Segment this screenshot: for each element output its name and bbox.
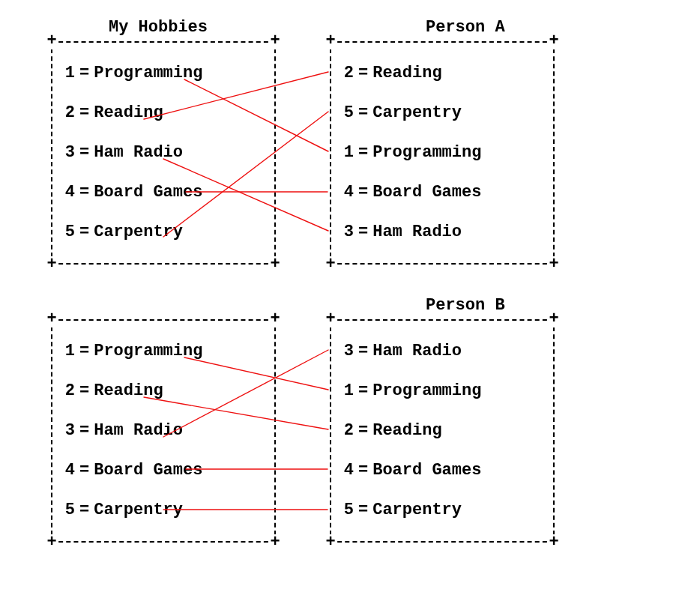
plus-icon: + bbox=[549, 256, 559, 273]
list-item: 3 = Ham Radio bbox=[339, 212, 541, 252]
hobby-label: Reading bbox=[372, 421, 441, 440]
rank-number: 1 bbox=[339, 381, 354, 400]
list-item: 2 = Reading bbox=[60, 93, 262, 133]
hobby-label: Ham Radio bbox=[94, 143, 183, 162]
person-b-box: 3 = Ham Radio 1 = Programming 2 = Readin… bbox=[330, 319, 555, 543]
rank-number: 1 bbox=[60, 64, 75, 82]
hobby-label: Carpentry bbox=[372, 501, 462, 519]
rank-number: 5 bbox=[60, 223, 75, 241]
person-a-box: 2 = Reading 5 = Carpentry 1 = Programmin… bbox=[330, 41, 555, 265]
plus-icon: + bbox=[270, 33, 280, 49]
hobby-label: Carpentry bbox=[94, 501, 183, 519]
equals-sign: = bbox=[358, 342, 368, 360]
plus-icon: + bbox=[549, 33, 559, 49]
equals-sign: = bbox=[358, 421, 368, 440]
hobby-label: Programming bbox=[94, 342, 202, 360]
rank-number: 1 bbox=[60, 342, 75, 360]
plus-icon: + bbox=[270, 311, 280, 327]
rank-number: 4 bbox=[339, 461, 354, 480]
equals-sign: = bbox=[79, 183, 89, 202]
equals-sign: = bbox=[358, 501, 368, 519]
hobby-label: Programming bbox=[94, 64, 202, 82]
hobby-label: Programming bbox=[372, 381, 481, 400]
person-b-title: Person B bbox=[426, 296, 505, 315]
rank-number: 4 bbox=[339, 183, 354, 202]
list-item: 4 = Board Games bbox=[339, 450, 541, 490]
rank-number: 4 bbox=[60, 461, 75, 480]
equals-sign: = bbox=[79, 342, 89, 360]
hobby-label: Board Games bbox=[372, 461, 481, 480]
hobby-label: Board Games bbox=[94, 461, 202, 480]
list-item: 3 = Ham Radio bbox=[60, 133, 262, 172]
plus-icon: + bbox=[549, 311, 559, 327]
person-a-title: Person A bbox=[426, 18, 505, 37]
list-item: 1 = Programming bbox=[339, 133, 541, 172]
hobby-label: Programming bbox=[372, 143, 481, 162]
plus-icon: + bbox=[270, 256, 280, 273]
equals-sign: = bbox=[79, 223, 89, 241]
equals-sign: = bbox=[79, 461, 89, 480]
list-item: 2 = Reading bbox=[339, 411, 541, 450]
list-item: 4 = Board Games bbox=[60, 450, 262, 490]
hobby-label: Carpentry bbox=[372, 103, 462, 122]
equals-sign: = bbox=[358, 223, 368, 241]
list-item: 4 = Board Games bbox=[60, 172, 262, 212]
plus-icon: + bbox=[325, 256, 336, 273]
plus-icon: + bbox=[325, 534, 336, 551]
list-item: 3 = Ham Radio bbox=[60, 411, 262, 450]
list-item: 1 = Programming bbox=[60, 53, 262, 93]
equals-sign: = bbox=[79, 143, 89, 162]
hobby-label: Reading bbox=[94, 381, 163, 400]
my-hobbies-title-top: My Hobbies bbox=[109, 18, 208, 37]
plus-icon: + bbox=[46, 311, 57, 327]
hobby-label: Board Games bbox=[94, 183, 202, 202]
list-item: 5 = Carpentry bbox=[60, 212, 262, 252]
rank-number: 3 bbox=[339, 342, 354, 360]
plus-icon: + bbox=[270, 534, 280, 551]
rank-number: 2 bbox=[339, 64, 354, 82]
equals-sign: = bbox=[79, 501, 89, 519]
rank-number: 3 bbox=[60, 421, 75, 440]
equals-sign: = bbox=[79, 421, 89, 440]
my-hobbies-box-top: 1 = Programming 2 = Reading 3 = Ham Radi… bbox=[51, 41, 276, 265]
equals-sign: = bbox=[358, 461, 368, 480]
hobby-label: Reading bbox=[372, 64, 441, 82]
diagram-stage: My Hobbies Person A 1 = Programming 2 = … bbox=[0, 0, 691, 616]
rank-number: 5 bbox=[339, 103, 354, 122]
equals-sign: = bbox=[79, 103, 89, 122]
plus-icon: + bbox=[46, 33, 57, 49]
list-item: 5 = Carpentry bbox=[339, 490, 541, 530]
hobby-label: Board Games bbox=[372, 183, 481, 202]
rank-number: 2 bbox=[339, 421, 354, 440]
rank-number: 3 bbox=[60, 143, 75, 162]
hobby-label: Ham Radio bbox=[372, 223, 462, 241]
hobby-label: Ham Radio bbox=[372, 342, 462, 360]
rank-number: 5 bbox=[60, 501, 75, 519]
my-hobbies-box-bottom: 1 = Programming 2 = Reading 3 = Ham Radi… bbox=[51, 319, 276, 543]
plus-icon: + bbox=[549, 534, 559, 551]
list-item: 5 = Carpentry bbox=[60, 490, 262, 530]
rank-number: 4 bbox=[60, 183, 75, 202]
equals-sign: = bbox=[358, 103, 368, 122]
rank-number: 2 bbox=[60, 381, 75, 400]
equals-sign: = bbox=[79, 64, 89, 82]
rank-number: 5 bbox=[339, 501, 354, 519]
equals-sign: = bbox=[358, 381, 368, 400]
rank-number: 1 bbox=[339, 143, 354, 162]
rank-number: 3 bbox=[339, 223, 354, 241]
hobby-label: Carpentry bbox=[94, 223, 183, 241]
list-item: 1 = Programming bbox=[339, 371, 541, 411]
list-item: 3 = Ham Radio bbox=[339, 331, 541, 371]
list-item: 4 = Board Games bbox=[339, 172, 541, 212]
equals-sign: = bbox=[358, 64, 368, 82]
list-item: 5 = Carpentry bbox=[339, 93, 541, 133]
list-item: 1 = Programming bbox=[60, 331, 262, 371]
plus-icon: + bbox=[325, 311, 336, 327]
list-item: 2 = Reading bbox=[60, 371, 262, 411]
plus-icon: + bbox=[325, 33, 336, 49]
plus-icon: + bbox=[46, 534, 57, 551]
plus-icon: + bbox=[46, 256, 57, 273]
hobby-label: Reading bbox=[94, 103, 163, 122]
equals-sign: = bbox=[358, 143, 368, 162]
hobby-label: Ham Radio bbox=[94, 421, 183, 440]
